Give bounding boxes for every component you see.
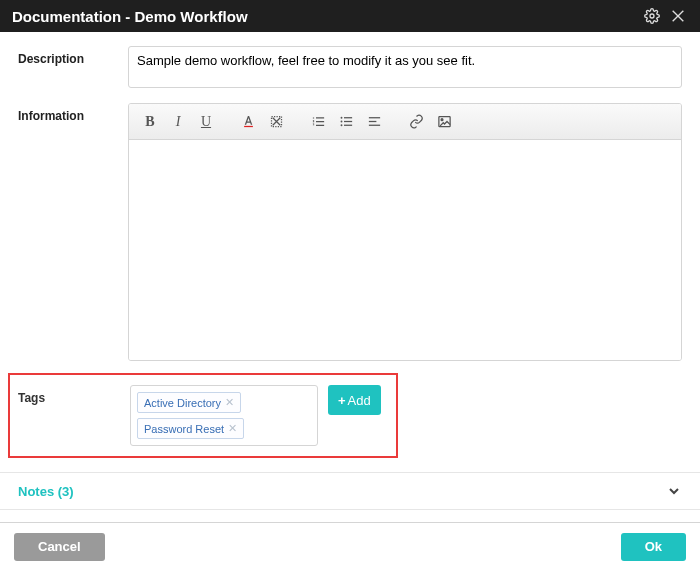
information-label: Information	[18, 103, 128, 361]
add-tag-button[interactable]: +Add	[328, 385, 381, 415]
svg-point-4	[340, 117, 342, 119]
tag-label: Password Reset	[144, 423, 224, 435]
italic-icon[interactable]: I	[165, 109, 191, 135]
svg-rect-12	[368, 125, 379, 126]
svg-point-6	[340, 124, 342, 126]
richtext-editor: B I U	[128, 103, 682, 361]
svg-rect-3	[244, 126, 253, 127]
underline-icon[interactable]: U	[193, 109, 219, 135]
tag-remove-icon[interactable]: ✕	[225, 396, 234, 409]
editor-toolbar: B I U	[129, 104, 681, 140]
title-bar: Documentation - Demo Workflow	[0, 0, 700, 32]
link-icon[interactable]	[403, 109, 429, 135]
unordered-list-icon[interactable]	[333, 109, 359, 135]
plus-icon: +	[338, 393, 346, 408]
chevron-down-icon	[666, 483, 682, 499]
tags-label: Tags	[18, 385, 130, 446]
tag-chip: Password Reset ✕	[137, 418, 244, 439]
svg-point-0	[650, 14, 654, 18]
close-icon[interactable]	[668, 6, 688, 26]
text-color-icon[interactable]	[235, 109, 261, 135]
svg-rect-11	[368, 121, 376, 122]
clear-format-icon[interactable]	[263, 109, 289, 135]
window-title: Documentation - Demo Workflow	[12, 8, 636, 25]
gear-icon[interactable]	[642, 6, 662, 26]
align-icon[interactable]	[361, 109, 387, 135]
svg-point-5	[340, 121, 342, 123]
svg-rect-10	[368, 117, 379, 118]
cancel-button[interactable]: Cancel	[14, 533, 105, 561]
tag-label: Active Directory	[144, 397, 221, 409]
svg-rect-8	[344, 121, 352, 122]
information-row: Information B I U	[18, 103, 682, 361]
tag-chip: Active Directory ✕	[137, 392, 241, 413]
svg-point-14	[441, 119, 443, 121]
tag-remove-icon[interactable]: ✕	[228, 422, 237, 435]
dialog-footer: Cancel Ok	[0, 522, 700, 570]
bold-icon[interactable]: B	[137, 109, 163, 135]
svg-rect-7	[344, 117, 352, 118]
description-input[interactable]	[128, 46, 682, 88]
description-row: Description	[18, 46, 682, 91]
tags-input[interactable]: Active Directory ✕ Password Reset ✕	[130, 385, 318, 446]
notes-accordion[interactable]: Notes (3)	[0, 473, 700, 510]
notes-label: Notes (3)	[18, 484, 74, 499]
ordered-list-icon[interactable]	[305, 109, 331, 135]
editor-content[interactable]	[129, 140, 681, 360]
ok-button[interactable]: Ok	[621, 533, 686, 561]
image-icon[interactable]	[431, 109, 457, 135]
tags-section-highlight: Tags Active Directory ✕ Password Reset ✕…	[8, 373, 398, 458]
svg-rect-9	[344, 125, 352, 126]
description-label: Description	[18, 46, 128, 91]
